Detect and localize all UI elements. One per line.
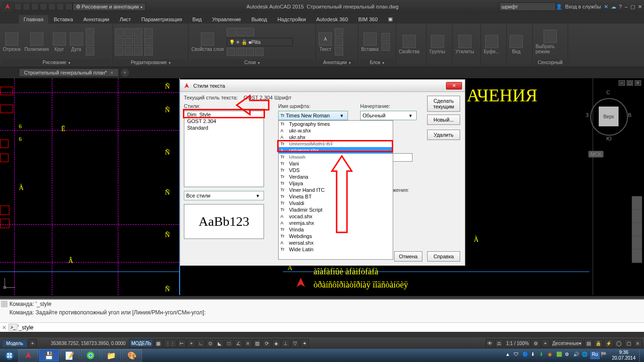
qp-icon[interactable]: ▤ — [584, 339, 593, 347]
workspace-switch-icon[interactable]: ⚙ — [532, 339, 540, 347]
lineweight-icon[interactable]: ≡ — [244, 339, 252, 347]
tab-bim360[interactable]: BIM 360 — [354, 15, 382, 24]
font-option[interactable]: Auniversw.shx — [279, 147, 393, 154]
infer-icon[interactable]: ⊢ — [178, 339, 186, 347]
tray-icon[interactable]: ▲ — [505, 352, 513, 359]
file-tab-close-icon[interactable]: ✕ — [110, 70, 114, 75]
style-item[interactable]: Dim_Style — [184, 111, 264, 118]
panel-title-annotation[interactable]: Аннотации — [318, 59, 356, 66]
polar-icon[interactable]: ⊙ — [206, 339, 215, 347]
hatch-icon[interactable] — [86, 47, 94, 56]
ellipse-icon[interactable] — [86, 38, 94, 46]
stretch-icon[interactable] — [115, 47, 124, 56]
circle-button[interactable]: Круг — [52, 32, 67, 53]
snap-icon[interactable]: ⋮⋮ — [164, 339, 177, 347]
3dosnap-icon[interactable]: ◈ — [272, 339, 281, 347]
tray-icon[interactable]: ⚙ — [565, 352, 572, 359]
offset-icon[interactable] — [144, 47, 153, 56]
rotate-icon[interactable] — [124, 28, 133, 37]
filter-icon[interactable]: ▽ — [291, 339, 299, 347]
tray-icon[interactable]: 🌐 — [582, 352, 589, 359]
font-option[interactable]: TrVineta BT — [279, 193, 393, 200]
taskbar-app-notepad[interactable]: 📝 — [60, 349, 80, 362]
command-input[interactable] — [17, 324, 642, 331]
font-option[interactable]: TrWide Latin — [279, 246, 393, 253]
font-option[interactable]: TrVrinda — [279, 226, 393, 233]
tray-icon[interactable]: ◉ — [548, 352, 555, 359]
dialog-titlebar[interactable]: Стили текста ✕ — [180, 80, 465, 92]
explode-icon[interactable] — [144, 38, 153, 46]
scale-icon[interactable] — [124, 47, 133, 56]
qat-redo-icon[interactable] — [65, 3, 73, 10]
taskbar-clock[interactable]: 9:3620.07.2014 — [609, 350, 638, 361]
help-icon[interactable]: ? — [619, 4, 622, 9]
panel-title-block[interactable]: Блок — [360, 59, 394, 66]
touch-mode-button[interactable]: Выбрать режим — [535, 29, 566, 55]
dialog-close-button[interactable]: ✕ — [446, 82, 462, 90]
properties-button[interactable]: Свойства — [398, 34, 421, 55]
style-filter-combo[interactable]: Все стили▾ — [184, 191, 264, 200]
tab-a360[interactable]: Autodesk 360 — [312, 15, 353, 24]
font-option[interactable]: TrVivaldi — [279, 200, 393, 206]
tray-icon[interactable]: ⬇ — [539, 352, 547, 359]
font-option[interactable]: TrUtsaah — [279, 154, 393, 160]
new-style-button[interactable]: Новый... — [427, 115, 460, 125]
qat-save-icon[interactable] — [31, 3, 39, 10]
new-tab-button[interactable]: + — [121, 68, 129, 77]
move-icon[interactable] — [115, 28, 124, 37]
text-button[interactable]: AТекст — [318, 32, 333, 53]
font-option[interactable]: TrUniversalMath1 BT — [279, 140, 393, 147]
tray-icon[interactable]: 🔵 — [522, 352, 530, 359]
signin-button[interactable]: Вход в службы — [565, 4, 601, 9]
vp-close-icon[interactable]: ✕ — [635, 80, 641, 86]
block-create-icon[interactable] — [381, 33, 390, 41]
font-option[interactable]: TrVDS — [279, 167, 393, 173]
copy-icon[interactable] — [115, 38, 124, 46]
font-option[interactable]: Aukr.shx — [279, 134, 393, 140]
cycling-icon[interactable]: ⟳ — [263, 339, 271, 347]
viewcube[interactable]: Верх С Ю З В МСК — [588, 85, 631, 160]
viewcube-face[interactable]: Верх — [599, 107, 619, 126]
layer-freeze-icon[interactable] — [236, 28, 245, 36]
tab-parametric[interactable]: Параметризация — [137, 15, 187, 24]
trim-icon[interactable] — [134, 28, 142, 37]
tray-lang[interactable]: Ru — [590, 352, 600, 359]
minimize-icon[interactable]: – — [625, 4, 627, 9]
font-option[interactable]: TrVerdana — [279, 173, 393, 180]
nav-zoom-icon[interactable] — [632, 223, 642, 236]
tray-icon[interactable]: 🛡 — [514, 352, 521, 359]
font-option[interactable]: Awersal.shx — [279, 239, 393, 246]
panel-title-draw[interactable]: Рисование — [2, 59, 111, 66]
array-icon[interactable] — [134, 47, 142, 56]
font-option[interactable]: TrWebdings — [279, 233, 393, 239]
font-name-combo[interactable]: Tr Times New Roman▾ — [278, 111, 348, 120]
grid-icon[interactable]: ▦ — [154, 339, 163, 347]
tab-view[interactable]: Вид — [188, 15, 206, 24]
exchange-icon[interactable]: ✕ — [604, 4, 608, 10]
start-button[interactable] — [1, 349, 18, 362]
font-option[interactable]: Avremja.shx — [279, 220, 393, 226]
annotation-scale-button[interactable]: 1:1 / 100% — [504, 339, 531, 347]
transparency-icon[interactable]: ▨ — [253, 339, 262, 347]
clipboard-button[interactable]: Буфе... — [483, 34, 500, 55]
panel-title-layers[interactable]: Слои — [190, 59, 314, 66]
font-option[interactable]: TrTypography times — [279, 121, 393, 127]
coordinates-display[interactable]: 353838.7252, 158723.3950, 0.0000 — [48, 341, 129, 346]
ortho-icon[interactable]: ∟ — [197, 339, 205, 347]
tab-manage[interactable]: Управление — [207, 15, 246, 24]
layer-off-icon[interactable] — [227, 28, 235, 36]
dynamic-input-icon[interactable]: + — [187, 339, 196, 347]
gizmo-icon[interactable]: ✦ — [300, 339, 309, 347]
dynamic-ucs-icon[interactable]: ⊥ — [281, 339, 290, 347]
autodesk360-icon[interactable]: ☁ — [611, 4, 616, 10]
lock-ui-icon[interactable]: 🔒 — [594, 339, 603, 347]
layer-prev-icon[interactable] — [236, 48, 245, 56]
panel-title-modify[interactable]: Редактирование — [115, 59, 186, 66]
height-field[interactable] — [390, 153, 413, 162]
close-icon[interactable]: ✕ — [638, 4, 642, 10]
cancel-button[interactable]: Отмена — [394, 251, 422, 262]
taskbar-app-autocad[interactable] — [18, 349, 38, 362]
qat-saveas-icon[interactable] — [40, 3, 47, 10]
wcs-label[interactable]: МСК — [588, 151, 603, 157]
qat-plot-icon[interactable] — [48, 3, 56, 10]
